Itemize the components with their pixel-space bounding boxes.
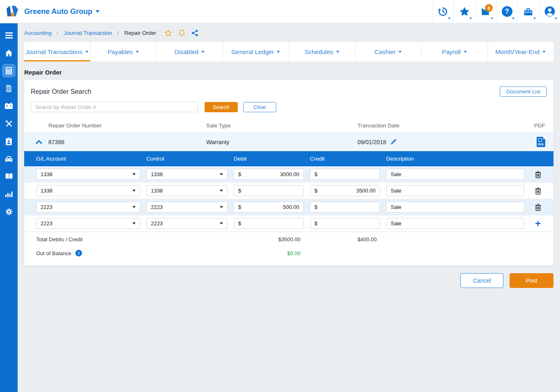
tab-label: Schedules <box>305 48 333 55</box>
sidebar-item-accounting[interactable] <box>0 62 18 79</box>
control-select[interactable]: 2223 <box>146 202 228 213</box>
debit-input[interactable]: $ <box>234 185 304 196</box>
sidebar-item-parts[interactable] <box>0 97 18 115</box>
edit-date-pencil-icon[interactable] <box>390 138 397 145</box>
sidebar-item-bookkeeping[interactable] <box>0 168 18 185</box>
gl-account-select[interactable]: 1338 <box>36 169 140 180</box>
sidebar-item-home[interactable] <box>0 44 18 62</box>
debit-input[interactable]: $3000.00 <box>234 169 304 180</box>
collapse-row-button[interactable] <box>36 140 48 144</box>
gl-account-select[interactable]: 2223 <box>36 218 140 229</box>
tab-journal-transactions[interactable]: Journal Transactions <box>24 42 91 61</box>
autosoft-logo-icon <box>5 5 19 18</box>
tab-schedules[interactable]: Schedules <box>289 42 355 61</box>
out-of-balance-value: $0.00 <box>234 250 304 256</box>
toolbox-caret-icon <box>533 18 536 19</box>
pdf-download-button[interactable]: PDF <box>537 137 545 147</box>
tab-payroll[interactable]: Payroll <box>421 42 488 61</box>
chevron-down-icon <box>220 222 223 224</box>
gl-account-value: 1338 <box>41 171 52 177</box>
breadcrumb-accounting[interactable]: Accounting <box>24 30 52 36</box>
bookkeeping-book-icon <box>5 173 13 180</box>
debit-input[interactable]: $ <box>234 218 304 229</box>
credit-input[interactable]: $ <box>310 169 380 180</box>
toolbox-button[interactable] <box>517 0 539 23</box>
description-input[interactable]: Sale <box>386 169 524 180</box>
add-row-button[interactable]: + <box>530 219 545 229</box>
gl-account-select[interactable]: 1338 <box>36 185 140 196</box>
control-select[interactable]: 2223 <box>146 218 228 229</box>
cancel-button[interactable]: Cancel <box>460 273 503 288</box>
page-alerts-button[interactable] <box>178 29 185 37</box>
tab-cashier[interactable]: Cashier <box>355 42 422 61</box>
messages-button[interactable]: 8 <box>475 0 496 23</box>
currency-symbol: $ <box>238 220 241 227</box>
description-input[interactable]: Sale <box>386 202 524 213</box>
gl-account-select[interactable]: 2223 <box>36 202 140 213</box>
control-value: 1338 <box>151 171 163 177</box>
module-tabs: Journal Transactions Payables Disabled G… <box>24 42 553 61</box>
sidebar-item-hr[interactable] <box>0 132 18 150</box>
favorite-page-button[interactable] <box>164 29 172 37</box>
gl-account-value: 1338 <box>41 188 52 194</box>
delete-row-button[interactable] <box>530 187 545 195</box>
messages-caret-icon <box>491 18 493 19</box>
hr-clipboard-icon <box>5 137 12 145</box>
repair-order-card: Repair Order Search Document List Search… <box>24 80 553 265</box>
brand-menu[interactable]: Greene Auto Group <box>0 5 100 18</box>
col-control: Control <box>146 156 228 162</box>
sidebar-item-settings[interactable] <box>0 203 18 220</box>
sidebar-item-vehicles[interactable] <box>0 150 18 168</box>
account-button[interactable] <box>539 0 560 23</box>
search-button[interactable]: Search <box>205 102 238 112</box>
control-select[interactable]: 1338 <box>146 169 228 180</box>
breadcrumb-journal-transaction[interactable]: Journal Transaction <box>64 30 112 36</box>
tab-month-year-end[interactable]: Month/Year-End <box>488 42 554 61</box>
help-caret-icon <box>512 18 514 19</box>
delete-row-button[interactable] <box>530 171 545 178</box>
col-gl-account: G/L Account <box>36 156 140 162</box>
currency-symbol: $ <box>238 204 241 210</box>
description-input[interactable]: Sale <box>386 185 524 196</box>
debit-input[interactable]: $500.00 <box>234 202 304 213</box>
credit-input[interactable]: $ <box>310 202 380 213</box>
credit-input[interactable]: $ <box>310 218 380 229</box>
sidebar-item-service[interactable] <box>0 115 18 132</box>
share-page-button[interactable] <box>191 29 198 36</box>
star-outline-icon <box>164 29 172 37</box>
chevron-down-icon <box>277 51 280 53</box>
history-button[interactable] <box>432 0 453 23</box>
control-value: 2223 <box>151 204 163 210</box>
clear-button[interactable]: Clear <box>243 102 276 112</box>
post-button[interactable]: Post <box>510 273 553 288</box>
form-actions: Cancel Post <box>24 273 553 288</box>
info-icon[interactable]: i <box>75 250 82 256</box>
document-list-button[interactable]: Document List <box>500 86 547 97</box>
search-input[interactable] <box>31 102 198 112</box>
control-select[interactable]: 1338 <box>146 185 228 196</box>
gl-account-value: 2223 <box>41 204 52 210</box>
tab-general-ledger[interactable]: General Ledger <box>223 42 289 61</box>
delete-row-button[interactable] <box>530 204 545 211</box>
sidebar-item-reports[interactable] <box>0 185 18 203</box>
pdf-file-icon: PDF <box>538 143 544 146</box>
tab-payables[interactable]: Payables <box>91 42 157 61</box>
col-debit: Debit <box>234 156 304 162</box>
favorites-button[interactable] <box>453 0 475 23</box>
sidebar-item-documents[interactable] <box>0 79 18 97</box>
account-icon <box>544 5 556 18</box>
sidebar-menu-toggle[interactable] <box>0 27 18 44</box>
chevron-down-icon <box>220 173 223 175</box>
tab-label: Journal Transactions <box>26 48 82 55</box>
vehicles-car-icon <box>5 155 13 162</box>
description-input[interactable]: Sale <box>386 218 524 229</box>
credit-input[interactable]: $3500.00 <box>310 185 380 196</box>
tab-disabled[interactable]: Disabled <box>157 42 223 61</box>
debit-value: 3000.00 <box>280 171 299 177</box>
tab-label: Disabled <box>175 48 198 55</box>
trash-icon <box>535 187 541 195</box>
breadcrumb-separator: / <box>57 30 59 36</box>
chevron-down-icon <box>336 51 339 53</box>
help-button[interactable]: ? <box>496 0 517 23</box>
chevron-down-icon <box>201 51 205 53</box>
